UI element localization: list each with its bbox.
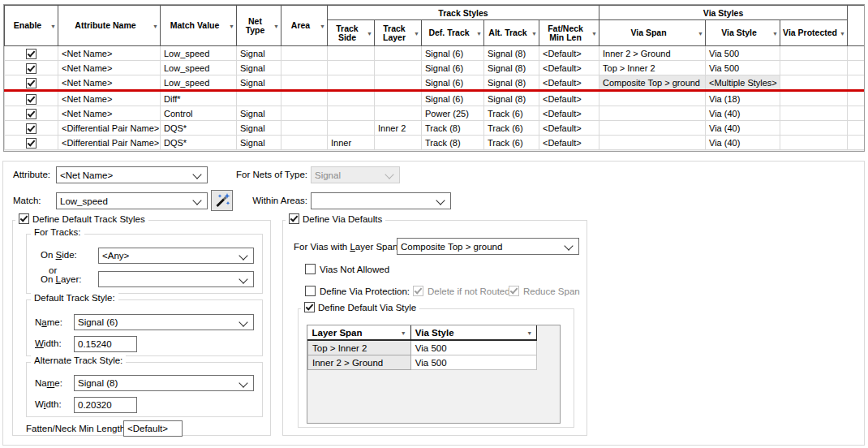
on-side-combobox[interactable]: <Any> xyxy=(98,248,254,264)
filter-arrow-icon[interactable]: ▼ xyxy=(840,28,845,37)
cell-enable[interactable] xyxy=(5,75,58,91)
cell-track-side[interactable] xyxy=(328,121,375,136)
cell-def-track[interactable]: Track (8) xyxy=(422,121,484,136)
filter-arrow-icon[interactable]: ▼ xyxy=(698,28,703,37)
cell-area[interactable] xyxy=(281,75,328,91)
cell-via-style[interactable]: Via 500 xyxy=(706,61,780,75)
filter-arrow-icon[interactable]: ▼ xyxy=(414,28,419,37)
cell-alt-track[interactable]: Signal (8) xyxy=(484,91,539,106)
cell-track-side[interactable]: Inner xyxy=(328,136,375,150)
col-header-track-layer[interactable]: Track Layer▼ xyxy=(375,20,422,46)
cell-match-value[interactable]: Diff* xyxy=(161,91,237,106)
cell-fat-neck[interactable]: <Default> xyxy=(539,121,599,136)
cell-via-span[interactable]: Top > Inner 2 xyxy=(599,61,706,75)
cell-track-layer[interactable]: Inner 2 xyxy=(375,121,422,136)
table-row[interactable]: <Differential Pair Name>DQS*SignalInnerT… xyxy=(5,136,865,150)
cell-net-type[interactable]: Signal xyxy=(237,61,281,75)
cell-net-type[interactable]: Signal xyxy=(237,75,281,91)
cell-track-side[interactable] xyxy=(328,61,375,75)
cell-area[interactable] xyxy=(281,121,328,136)
cell-area[interactable] xyxy=(281,46,328,61)
define-default-track-styles-checkbox[interactable] xyxy=(19,213,29,224)
cell-def-track[interactable]: Signal (6) xyxy=(422,61,484,75)
col-header-via-style[interactable]: Via Style▼ xyxy=(706,20,780,46)
cell-via-span[interactable] xyxy=(599,91,706,106)
cell-def-track[interactable]: Power (25) xyxy=(422,106,484,121)
cell-fat-neck[interactable]: <Default> xyxy=(539,75,599,91)
filter-arrow-icon[interactable]: ▼ xyxy=(367,28,372,37)
vias-not-allowed-checkbox[interactable] xyxy=(305,264,316,274)
filter-arrow-icon[interactable]: ▼ xyxy=(476,28,482,37)
cell-alt-track[interactable]: Track (6) xyxy=(484,136,539,150)
fatten-neck-min-length-input[interactable]: <Default> xyxy=(123,420,183,437)
cell-match-value[interactable]: Control xyxy=(161,106,237,121)
cell-via-span[interactable]: Inner 2 > Ground xyxy=(599,46,706,61)
cell-via-protected[interactable] xyxy=(780,46,848,61)
default-track-width-input[interactable]: 0.15240 xyxy=(74,336,137,352)
cell-via-span[interactable] xyxy=(599,121,706,136)
table-row[interactable]: <Net Name>Low_speedSignalSignal (6)Signa… xyxy=(5,75,865,91)
cell-track-side[interactable] xyxy=(328,46,375,61)
table-row[interactable]: <Net Name>Diff*Signal (6)Signal (8)<Defa… xyxy=(5,91,865,106)
cell-area[interactable] xyxy=(281,91,328,106)
cell-alt-track[interactable]: Signal (8) xyxy=(484,46,539,61)
cell-area[interactable] xyxy=(281,136,328,150)
cell-alt-track[interactable]: Signal (8) xyxy=(484,61,539,75)
cell-def-track[interactable]: Track (8) xyxy=(422,136,484,150)
cell-track-layer[interactable] xyxy=(375,75,422,91)
enable-checkbox[interactable] xyxy=(26,109,37,119)
via-table-row[interactable]: Inner 2 > GroundVia 500 xyxy=(308,355,560,370)
col-header-fat-neck-min-len[interactable]: Fat/Neck Min Len▼ xyxy=(539,20,599,46)
cell-def-track[interactable]: Signal (6) xyxy=(422,46,484,61)
col-header-match-value[interactable]: Match Value▼ xyxy=(161,6,237,46)
col-header-attribute-name[interactable]: Attribute Name▼ xyxy=(58,6,161,46)
enable-checkbox[interactable] xyxy=(26,123,37,134)
col-header-def-track[interactable]: Def. Track▼ xyxy=(422,20,484,46)
cell-via-style[interactable]: Via 500 xyxy=(706,46,780,61)
cell-area[interactable] xyxy=(281,106,328,121)
cell-layer-span[interactable]: Top > Inner 2 xyxy=(308,340,411,355)
cell-fat-neck[interactable]: <Default> xyxy=(539,106,599,121)
cell-fat-neck[interactable]: <Default> xyxy=(539,61,599,75)
define-via-defaults-checkbox[interactable] xyxy=(289,213,299,224)
cell-attribute-name[interactable]: <Differential Pair Name> xyxy=(58,121,161,136)
cell-via-protected[interactable] xyxy=(780,91,848,106)
col-header-via-span[interactable]: Via Span▼ xyxy=(599,20,706,46)
col-header-alt-track[interactable]: Alt. Track▼ xyxy=(484,20,539,46)
cell-track-side[interactable] xyxy=(328,106,375,121)
cell-enable[interactable] xyxy=(5,91,58,106)
cell-alt-track[interactable]: Track (6) xyxy=(484,121,539,136)
cell-match-value[interactable]: Low_speed xyxy=(161,61,237,75)
cell-match-value[interactable]: Low_speed xyxy=(161,46,237,61)
within-areas-combobox[interactable] xyxy=(311,192,451,209)
cell-fat-neck[interactable]: <Default> xyxy=(539,91,599,106)
cell-area[interactable] xyxy=(281,61,328,75)
cell-def-track[interactable]: Signal (6) xyxy=(422,75,484,91)
cell-alt-track[interactable]: Signal (8) xyxy=(484,75,539,91)
cell-via-protected[interactable] xyxy=(780,136,848,150)
table-row[interactable]: <Net Name>Low_speedSignalSignal (6)Signa… xyxy=(5,61,865,75)
define-default-via-style-checkbox[interactable] xyxy=(304,302,315,312)
cell-layer-span[interactable]: Inner 2 > Ground xyxy=(308,355,411,370)
cell-net-type[interactable]: Signal xyxy=(237,46,281,61)
cell-match-value[interactable]: DQS* xyxy=(161,121,237,136)
cell-via-style[interactable]: Via (40) xyxy=(706,106,780,121)
table-row[interactable]: <Differential Pair Name>DQS*SignalInner … xyxy=(5,121,865,136)
filter-arrow-icon[interactable]: ▼ xyxy=(153,21,158,30)
cell-track-layer[interactable] xyxy=(375,61,422,75)
table-row[interactable]: <Net Name>Low_speedSignalSignal (6)Signa… xyxy=(5,46,865,61)
cell-attribute-name[interactable]: <Net Name> xyxy=(58,61,161,75)
cell-track-side[interactable] xyxy=(328,75,375,91)
cell-track-side[interactable] xyxy=(328,91,375,106)
col-header-enable[interactable]: Enable▼ xyxy=(5,6,58,46)
cell-via-span[interactable] xyxy=(599,136,706,150)
enable-checkbox[interactable] xyxy=(26,138,37,149)
cell-match-value[interactable]: Low_speed xyxy=(161,75,237,91)
match-combobox[interactable]: Low_speed xyxy=(56,192,208,209)
enable-checkbox[interactable] xyxy=(26,94,37,105)
cell-via-protected[interactable] xyxy=(780,75,848,91)
for-vias-layer-span-combobox[interactable]: Composite Top > ground xyxy=(397,238,579,255)
alternate-track-name-combobox[interactable]: Signal (8) xyxy=(74,375,254,391)
cell-enable[interactable] xyxy=(5,46,58,61)
cell-track-layer[interactable] xyxy=(375,91,422,106)
